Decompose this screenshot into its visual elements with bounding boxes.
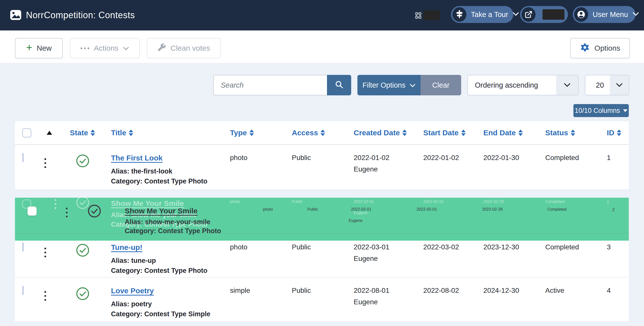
- chevron-down-icon: [632, 12, 639, 17]
- new-button-label: New: [37, 44, 52, 53]
- created-author: Eugene: [354, 298, 420, 306]
- contest-id: 3: [600, 241, 629, 277]
- created-author: Eugene: [354, 165, 420, 173]
- row-checkbox[interactable]: [22, 153, 24, 162]
- contests-table: State Title Type Access Created Date Sta…: [15, 121, 629, 322]
- created-date: 2022-08-01: [354, 286, 420, 294]
- dragged-contest-status: Completed: [547, 207, 566, 212]
- end-date: 2023-12-30: [480, 241, 542, 277]
- columns-label: 10/10 Columns: [575, 107, 620, 115]
- dragged-published-state-icon[interactable]: [88, 204, 101, 219]
- column-header-start-date[interactable]: Start Date: [420, 129, 480, 137]
- user-menu-label: User Menu: [592, 11, 628, 19]
- dragged-row-menu-icon[interactable]: [66, 208, 68, 217]
- column-header-title[interactable]: Title: [97, 129, 226, 137]
- contest-title-link[interactable]: Love Poetry: [111, 286, 154, 295]
- columns-toggle-button[interactable]: 10/10 Columns: [574, 104, 629, 117]
- signpost-icon: [452, 7, 466, 22]
- sort-icon: [90, 130, 95, 136]
- contest-type: simple: [226, 277, 288, 321]
- dragged-contest-access: Public: [307, 207, 318, 212]
- dragged-row-checkbox[interactable]: [28, 206, 37, 216]
- contest-access: Public: [288, 277, 350, 321]
- column-header-end-date[interactable]: End Date: [480, 129, 542, 137]
- filter-options-button[interactable]: Filter Options: [358, 75, 420, 95]
- contest-title-link[interactable]: The First Look: [111, 154, 162, 162]
- clear-button-label: Clear: [432, 81, 450, 89]
- take-a-tour-button[interactable]: Take a Tour: [451, 6, 513, 23]
- column-header-id[interactable]: ID: [600, 129, 629, 137]
- drag-highlight-band: [15, 198, 629, 241]
- column-header-type[interactable]: Type: [226, 129, 288, 137]
- search-button[interactable]: [327, 75, 351, 95]
- dragged-end-date: 2022-02-28: [482, 207, 502, 212]
- published-state-icon[interactable]: [76, 154, 89, 169]
- column-header-status[interactable]: Status: [542, 129, 600, 137]
- dragged-contest-title[interactable]: Show Me Your Smile: [125, 207, 198, 215]
- start-date: 2022-03-02: [420, 241, 480, 277]
- actions-button[interactable]: Actions: [70, 38, 140, 58]
- options-button[interactable]: Options: [570, 38, 630, 58]
- column-header-access[interactable]: Access: [288, 129, 350, 137]
- gear-icon: [580, 43, 590, 54]
- sort-icon: [461, 130, 466, 136]
- table-header-row: State Title Type Access Created Date Sta…: [15, 121, 629, 145]
- contest-type: photo: [226, 241, 288, 277]
- user-menu-button[interactable]: User Menu: [573, 6, 636, 23]
- chevron-down-icon: [610, 75, 629, 95]
- toolbar: + New Actions Clean votes Options: [0, 31, 644, 63]
- table-row: Love Poetry Alias: poetry Category: Cont…: [15, 277, 629, 321]
- ghost-published-state-icon: [76, 196, 89, 210]
- image-icon: [10, 9, 22, 22]
- start-date: 2022-01-02: [420, 145, 480, 189]
- dragged-start-date: 2022-02-01: [416, 207, 437, 212]
- chevron-down-icon: [123, 44, 129, 53]
- ghost-row-gap: [15, 189, 629, 198]
- row-checkbox[interactable]: [22, 242, 24, 252]
- clean-votes-label: Clean votes: [170, 44, 210, 53]
- list-limit-select[interactable]: 20: [585, 75, 629, 95]
- column-header-state[interactable]: State: [61, 129, 97, 137]
- sort-icon: [129, 130, 133, 136]
- published-state-icon[interactable]: [76, 287, 89, 302]
- chevron-down-icon: [556, 75, 578, 95]
- norrcompetition-contests-page: NorrCompetition: Contests Take a Tour: [0, 0, 644, 326]
- caret-down-icon: [623, 109, 628, 112]
- row-checkbox[interactable]: [22, 286, 24, 295]
- new-button[interactable]: + New: [15, 38, 63, 58]
- published-state-icon[interactable]: [76, 244, 89, 259]
- contest-category: Category: Contest Type Photo: [111, 177, 226, 185]
- ghost-start-date: 2022-02-01: [423, 199, 444, 204]
- clear-button[interactable]: Clear: [420, 75, 461, 95]
- contest-title-link[interactable]: Tune-up!: [111, 243, 142, 252]
- contest-access: Public: [288, 241, 350, 277]
- ellipsis-icon: [80, 48, 89, 49]
- row-menu-icon[interactable]: [44, 248, 46, 257]
- dragged-contest-id: 2: [612, 208, 614, 212]
- select-all-checkbox[interactable]: [22, 128, 32, 138]
- sort-icon: [571, 130, 575, 136]
- actions-button-label: Actions: [94, 44, 118, 53]
- search-icon: [334, 80, 344, 90]
- column-header-created-date[interactable]: Created Date: [350, 129, 420, 137]
- ghost-contest-id: 2: [607, 200, 609, 205]
- table-row: Tune-up! Alias: tune-up Category: Contes…: [15, 241, 629, 277]
- search-input[interactable]: [213, 75, 327, 95]
- options-button-label: Options: [594, 44, 620, 53]
- user-icon: [574, 7, 588, 22]
- created-date: 2022-01-02: [354, 154, 420, 162]
- filter-options-label: Filter Options: [362, 81, 405, 89]
- top-navbar: NorrCompetition: Contests Take a Tour: [0, 0, 644, 31]
- ghost-contest-type: photo: [230, 199, 240, 204]
- sort-icon: [250, 130, 254, 136]
- ordering-select[interactable]: Ordering ascending: [468, 75, 579, 95]
- row-menu-icon[interactable]: [44, 291, 46, 301]
- sort-icon: [402, 130, 407, 136]
- preview-site-button[interactable]: [520, 6, 568, 23]
- sort-icon: [518, 130, 523, 136]
- row-menu-icon[interactable]: [44, 158, 46, 168]
- ordering-sort-icon[interactable]: [47, 131, 52, 135]
- end-date: 2024-12-30: [480, 277, 542, 321]
- dragged-contest-type: photo: [263, 207, 273, 212]
- clean-votes-button[interactable]: Clean votes: [147, 38, 220, 58]
